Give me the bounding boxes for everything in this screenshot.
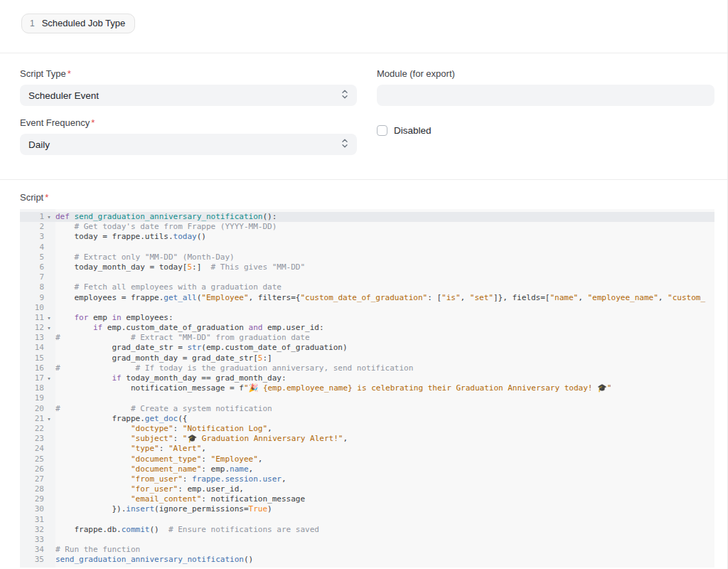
code-line[interactable] [55, 515, 714, 525]
code-line[interactable]: "document_name": emp.name, [55, 464, 714, 474]
gutter-line[interactable]: 28 [20, 484, 55, 494]
fold-arrow-icon[interactable]: ▾ [44, 323, 54, 333]
gutter-line[interactable]: 1▾ [20, 212, 55, 222]
gutter-line[interactable]: 11▾ [20, 313, 55, 323]
editor-code: def send_graduation_anniversary_notifica… [55, 209, 714, 568]
gutter-line[interactable]: 20 [20, 404, 55, 414]
form-tabs-bar: 1 Scheduled Job Type [0, 0, 727, 53]
gutter-line[interactable]: 6 [20, 262, 55, 272]
disabled-checkbox-label: Disabled [394, 125, 432, 136]
right-column: Module (for export) Disabled [377, 68, 714, 166]
event-frequency-field: Event Frequency* Daily [20, 117, 357, 155]
event-frequency-select[interactable]: Daily [20, 134, 357, 155]
gutter-line[interactable]: 17▾ [20, 373, 55, 383]
required-asterisk: * [45, 192, 48, 203]
script-type-field: Script Type* Scheduler Event [20, 68, 357, 106]
gutter-line[interactable]: 34 [20, 545, 55, 555]
gutter-line[interactable]: 22 [20, 424, 55, 434]
gutter-line[interactable]: 13 [20, 333, 55, 343]
code-line[interactable] [55, 243, 714, 252]
code-line[interactable]: # Get today's date from Frappe (YYYY-MM-… [55, 222, 714, 232]
event-frequency-value: Daily [28, 139, 50, 150]
code-line[interactable]: # # If today is the graduation anniversa… [55, 363, 714, 373]
code-line[interactable]: for emp in employees: [55, 313, 714, 323]
code-line[interactable]: }).insert(ignore_permissions=True) [55, 504, 714, 514]
fold-arrow-icon[interactable]: ▾ [44, 313, 54, 323]
code-line[interactable]: # Run the function [55, 545, 714, 555]
required-asterisk: * [68, 68, 71, 79]
code-line[interactable] [55, 393, 714, 403]
code-line[interactable]: "type": "Alert", [55, 444, 714, 454]
gutter-line[interactable]: 5 [20, 252, 55, 262]
gutter-line[interactable]: 4 [20, 243, 55, 252]
event-frequency-label: Event Frequency* [20, 117, 357, 128]
gutter-line[interactable]: 2 [20, 222, 55, 232]
disabled-checkbox[interactable] [377, 125, 387, 136]
disabled-checkbox-row: Disabled [377, 125, 714, 136]
code-line[interactable]: today_month_day = today[5:] # This gives… [55, 262, 714, 272]
gutter-line[interactable]: 3 [20, 232, 55, 242]
code-line[interactable]: grad_month_day = grad_date_str[5:] [55, 353, 714, 363]
gutter-line[interactable]: 14 [20, 343, 55, 353]
script-section: Script* 1▾234567891011▾12▾1314151617▾181… [0, 179, 727, 568]
code-line[interactable]: # # Extract "MM-DD" from graduation date [55, 333, 714, 343]
gutter-line[interactable]: 16 [20, 363, 55, 373]
code-line[interactable]: frappe.get_doc({ [55, 414, 714, 424]
gutter-line[interactable]: 9 [20, 293, 55, 303]
gutter-line[interactable]: 21▾ [20, 414, 55, 424]
code-line[interactable]: notification_message = f"🎉 {emp.employee… [55, 383, 714, 393]
required-asterisk: * [91, 117, 95, 128]
code-line[interactable]: "for_user": emp.user_id, [55, 484, 714, 494]
code-line[interactable]: "from_user": frappe.session.user, [55, 474, 714, 484]
gutter-line[interactable]: 32 [20, 525, 55, 535]
left-column: Script Type* Scheduler Event Event Frequ… [20, 68, 357, 166]
gutter-line[interactable]: 23 [20, 434, 55, 444]
code-line[interactable]: "document_type": "Employee", [55, 454, 714, 464]
gutter-line[interactable]: 29 [20, 494, 55, 504]
code-editor[interactable]: 1▾234567891011▾12▾1314151617▾18192021▾22… [20, 209, 714, 568]
tab-index-badge: 1 [30, 18, 35, 28]
module-input[interactable] [377, 85, 714, 106]
gutter-line[interactable]: 12▾ [20, 323, 55, 333]
module-label: Module (for export) [377, 68, 714, 79]
code-line[interactable]: today = frappe.utils.today() [55, 232, 714, 242]
gutter-line[interactable]: 25 [20, 454, 55, 464]
code-line[interactable]: "subject": "🎓 Graduation Anniversary Ale… [55, 434, 714, 444]
code-line[interactable]: # # Create a system notification [55, 404, 714, 414]
code-line[interactable]: employees = frappe.get_all("Employee", f… [55, 293, 714, 303]
script-type-label: Script Type* [20, 68, 357, 79]
code-line[interactable]: def send_graduation_anniversary_notifica… [55, 212, 714, 222]
gutter-line[interactable]: 33 [20, 535, 55, 545]
fold-arrow-icon[interactable]: ▾ [44, 373, 54, 383]
code-line[interactable]: if emp.custom_date_of_graduation and emp… [55, 323, 714, 333]
gutter-line[interactable]: 30 [20, 504, 55, 514]
code-line[interactable] [55, 303, 714, 313]
gutter-line[interactable]: 15 [20, 353, 55, 363]
gutter-line[interactable]: 10 [20, 303, 55, 313]
gutter-line[interactable]: 35 [20, 555, 55, 565]
code-line[interactable]: send_graduation_anniversary_notification… [55, 555, 714, 565]
fold-arrow-icon[interactable]: ▾ [44, 414, 54, 424]
code-line[interactable]: frappe.db.commit() # Ensure notification… [55, 525, 714, 535]
select-chevron-icon [341, 138, 348, 151]
gutter-line[interactable]: 26 [20, 464, 55, 474]
script-type-select[interactable]: Scheduler Event [20, 85, 357, 106]
code-line[interactable]: # Fetch all employees with a graduation … [55, 282, 714, 292]
gutter-line[interactable]: 27 [20, 474, 55, 484]
gutter-line[interactable]: 8 [20, 282, 55, 292]
code-line[interactable]: # Extract only "MM-DD" (Month-Day) [55, 252, 714, 262]
code-line[interactable]: "doctype": "Notification Log", [55, 424, 714, 434]
gutter-line[interactable]: 18 [20, 383, 55, 393]
gutter-line[interactable]: 31 [20, 515, 55, 525]
fold-arrow-icon[interactable]: ▾ [44, 212, 54, 222]
code-line[interactable] [55, 535, 714, 545]
gutter-line[interactable]: 7 [20, 272, 55, 282]
script-label: Script* [20, 192, 714, 203]
code-line[interactable]: "email_content": notification_message [55, 494, 714, 504]
gutter-line[interactable]: 24 [20, 444, 55, 454]
code-line[interactable]: if today_month_day == grad_month_day: [55, 373, 714, 383]
tab-scheduled-job-type[interactable]: 1 Scheduled Job Type [21, 14, 135, 33]
gutter-line[interactable]: 19 [20, 393, 55, 403]
code-line[interactable]: grad_date_str = str(emp.custom_date_of_g… [55, 343, 714, 353]
code-line[interactable] [55, 272, 714, 282]
